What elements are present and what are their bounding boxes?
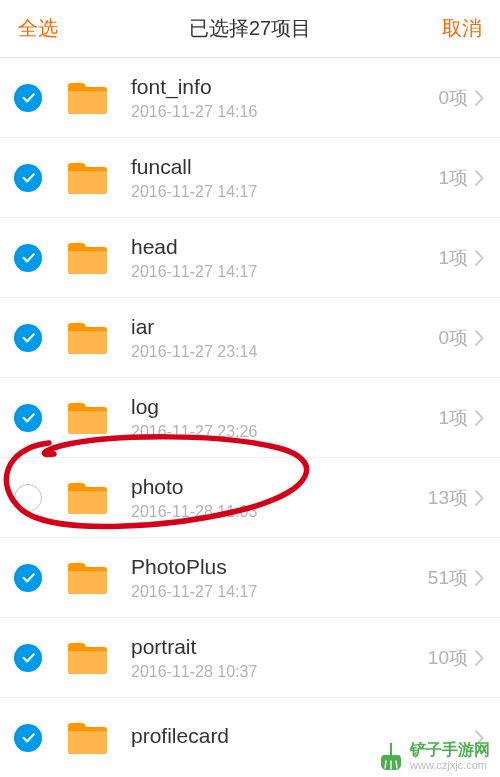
chevron-right-icon (474, 330, 484, 346)
shovel-icon (378, 741, 404, 771)
select-all-button[interactable]: 全选 (18, 15, 58, 42)
checkbox-checked-icon[interactable] (14, 724, 42, 752)
item-count: 0项 (438, 85, 468, 111)
folder-date: 2016-11-27 23:14 (131, 343, 438, 361)
checkbox-checked-icon[interactable] (14, 404, 42, 432)
folder-name: funcall (131, 154, 438, 181)
chevron-right-icon (474, 570, 484, 586)
checkbox-checked-icon[interactable] (14, 564, 42, 592)
watermark-text: 铲子手游网 (410, 740, 490, 761)
folder-name: portrait (131, 634, 428, 661)
folder-row[interactable]: funcall2016-11-27 14:171项 (0, 138, 500, 218)
folder-row[interactable]: font_info2016-11-27 14:160项 (0, 58, 500, 138)
folder-row[interactable]: photo2016-11-28 11:0313项 (0, 458, 500, 538)
watermark: 铲子手游网 www.czjxjc.com (378, 740, 490, 771)
folder-list: font_info2016-11-27 14:160项 funcall2016-… (0, 58, 500, 777)
checkbox-checked-icon[interactable] (14, 644, 42, 672)
item-count: 51项 (428, 565, 468, 591)
checkbox-checked-icon[interactable] (14, 84, 42, 112)
folder-date: 2016-11-28 11:03 (131, 503, 428, 521)
folder-info: iar2016-11-27 23:14 (131, 314, 438, 362)
folder-info: log2016-11-27 23:26 (131, 394, 438, 442)
folder-icon (66, 160, 109, 196)
folder-icon (66, 400, 109, 436)
folder-date: 2016-11-27 14:16 (131, 103, 438, 121)
folder-date: 2016-11-27 14:17 (131, 583, 428, 601)
folder-icon (66, 320, 109, 356)
folder-date: 2016-11-27 14:17 (131, 183, 438, 201)
folder-date: 2016-11-27 23:26 (131, 423, 438, 441)
folder-icon (66, 480, 109, 516)
item-count: 10项 (428, 645, 468, 671)
folder-name: head (131, 234, 438, 261)
folder-info: portrait2016-11-28 10:37 (131, 634, 428, 682)
item-count: 13项 (428, 485, 468, 511)
chevron-right-icon (474, 410, 484, 426)
checkbox-checked-icon[interactable] (14, 164, 42, 192)
cancel-button[interactable]: 取消 (442, 15, 482, 42)
folder-date: 2016-11-28 10:37 (131, 663, 428, 681)
item-count: 1项 (438, 405, 468, 431)
checkbox-checked-icon[interactable] (14, 324, 42, 352)
folder-icon (66, 240, 109, 276)
folder-name: font_info (131, 74, 438, 101)
chevron-right-icon (474, 250, 484, 266)
checkbox-checked-icon[interactable] (14, 244, 42, 272)
folder-icon (66, 640, 109, 676)
folder-date: 2016-11-27 14:17 (131, 263, 438, 281)
header-bar: 全选 已选择27项目 取消 (0, 0, 500, 58)
folder-row[interactable]: iar2016-11-27 23:140项 (0, 298, 500, 378)
header-title: 已选择27项目 (189, 15, 311, 42)
folder-name: iar (131, 314, 438, 341)
folder-name: PhotoPlus (131, 554, 428, 581)
watermark-url: www.czjxjc.com (410, 759, 487, 771)
folder-row[interactable]: log2016-11-27 23:261项 (0, 378, 500, 458)
chevron-right-icon (474, 490, 484, 506)
folder-info: PhotoPlus2016-11-27 14:17 (131, 554, 428, 602)
checkbox-unchecked-icon[interactable] (14, 484, 42, 512)
item-count: 1项 (438, 165, 468, 191)
chevron-right-icon (474, 170, 484, 186)
folder-name: photo (131, 474, 428, 501)
folder-name: log (131, 394, 438, 421)
folder-row[interactable]: PhotoPlus2016-11-27 14:1751项 (0, 538, 500, 618)
folder-icon (66, 80, 109, 116)
folder-icon (66, 560, 109, 596)
folder-info: photo2016-11-28 11:03 (131, 474, 428, 522)
chevron-right-icon (474, 650, 484, 666)
chevron-right-icon (474, 90, 484, 106)
folder-info: head2016-11-27 14:17 (131, 234, 438, 282)
item-count: 0项 (438, 325, 468, 351)
folder-info: funcall2016-11-27 14:17 (131, 154, 438, 202)
folder-row[interactable]: head2016-11-27 14:171项 (0, 218, 500, 298)
folder-icon (66, 720, 109, 756)
folder-row[interactable]: portrait2016-11-28 10:3710项 (0, 618, 500, 698)
item-count: 1项 (438, 245, 468, 271)
folder-info: font_info2016-11-27 14:16 (131, 74, 438, 122)
